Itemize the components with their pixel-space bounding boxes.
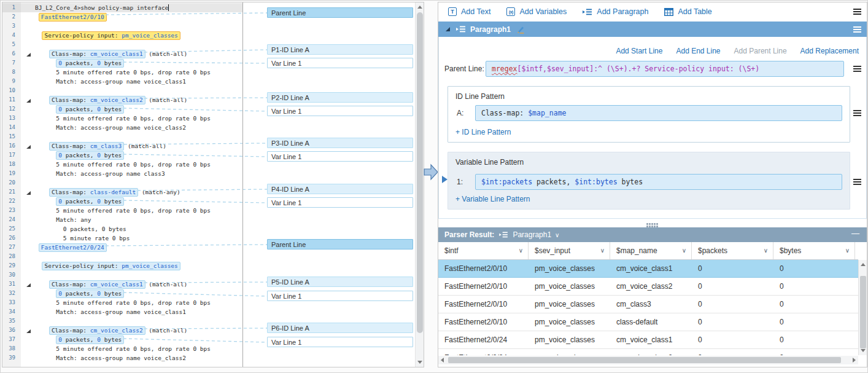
text-cursor bbox=[168, 4, 169, 11]
variable-line-pattern-input[interactable]: $int:packets packets, $int:bytes bytes bbox=[475, 174, 842, 190]
column-header[interactable]: $packets∨ bbox=[692, 242, 773, 259]
line-number: 39 bbox=[2, 353, 21, 363]
fold-toggle-icon[interactable] bbox=[21, 280, 35, 289]
add-table-button[interactable]: Add Table bbox=[664, 7, 711, 16]
add-replacement-link[interactable]: Add Replacement bbox=[800, 47, 859, 55]
editor-line: 31 Class-map: cm_voice_class1 (match-all… bbox=[2, 280, 242, 289]
add-end-line-link[interactable]: Add End Line bbox=[676, 47, 720, 55]
paragraph-header-bar[interactable]: Paragraph1 bbox=[438, 22, 867, 37]
scroll-left-icon[interactable] bbox=[441, 358, 444, 363]
line-number: 28 bbox=[2, 252, 21, 261]
pattern-line-label[interactable]: Parent Line bbox=[267, 7, 413, 18]
splitter-drag-handle[interactable] bbox=[646, 223, 659, 227]
pattern-line-label[interactable]: P5-ID Line A bbox=[267, 277, 413, 287]
scroll-right-icon[interactable] bbox=[853, 358, 856, 363]
table-row[interactable]: FastEthernet2/0/10pm_voice_classescm_cla… bbox=[438, 296, 858, 313]
fold-toggle-icon[interactable] bbox=[21, 49, 35, 58]
column-header[interactable]: $intf∨ bbox=[438, 242, 529, 259]
result-hscroll-thumb[interactable] bbox=[448, 357, 841, 363]
scroll-down-icon[interactable] bbox=[861, 349, 866, 352]
chevron-down-icon[interactable]: ∨ bbox=[555, 232, 559, 238]
paragraph-icon bbox=[499, 232, 508, 238]
pattern-line-label[interactable]: Var Line 1 bbox=[267, 151, 413, 162]
scroll-up-icon[interactable] bbox=[861, 263, 866, 266]
table-cell: cm_class3 bbox=[610, 296, 692, 313]
id-line-menu-icon[interactable] bbox=[853, 110, 861, 116]
result-vscroll-thumb[interactable] bbox=[860, 276, 866, 348]
pattern-line-label[interactable]: Var Line 1 bbox=[267, 58, 413, 68]
table-cell: cm_voice_class1 bbox=[610, 331, 692, 348]
pattern-line-label[interactable]: P1-ID Line A bbox=[267, 44, 413, 55]
add-variables-button[interactable]: (x) Add Variables bbox=[506, 7, 567, 16]
result-vertical-scrollbar[interactable] bbox=[858, 260, 867, 355]
line-number: 23 bbox=[2, 206, 21, 215]
variable-line-pattern-section: Variable Line Pattern 1: $int:packets pa… bbox=[448, 152, 850, 210]
editor-line: 17 0 packets, 0 bytes bbox=[2, 151, 242, 160]
editor-scrollbar-thumb[interactable] bbox=[417, 12, 423, 333]
code-text: 5 minute offered rate 0 bps, drop rate 0… bbox=[35, 344, 242, 353]
pattern-line-label[interactable]: P6-ID Line A bbox=[267, 323, 413, 333]
parser-result-bar[interactable]: Parser Result: Paragraph1 ∨ — bbox=[438, 227, 867, 242]
fold-toggle-icon[interactable] bbox=[21, 187, 35, 197]
column-header[interactable]: $map_name∨ bbox=[610, 242, 692, 259]
add-variable-line-pattern-link[interactable]: + Variable Line Pattern bbox=[455, 195, 530, 203]
editor-line: 22 0 packets, 0 bytes bbox=[2, 197, 242, 206]
pattern-line-label[interactable]: P4-ID Line A bbox=[267, 184, 413, 194]
pattern-line-label[interactable]: Var Line 1 bbox=[267, 106, 413, 116]
fold-gutter bbox=[21, 58, 35, 68]
add-start-line-link[interactable]: Add Start Line bbox=[616, 47, 662, 55]
toolbar-menu-icon[interactable] bbox=[853, 9, 861, 15]
result-horizontal-scrollbar[interactable] bbox=[438, 356, 858, 364]
result-paragraph-selector[interactable]: Paragraph1 bbox=[513, 230, 551, 239]
id-line-pattern-input[interactable]: Class-map: $map_name bbox=[475, 105, 842, 121]
minimize-result-icon[interactable]: — bbox=[851, 229, 859, 238]
editor-lines[interactable]: 1BJ_L2_Core_4>show policy-map interface2… bbox=[2, 3, 242, 363]
table-row[interactable]: FastEthernet2/0/24pm_voice_classescm_voi… bbox=[438, 331, 858, 349]
table-row[interactable]: FastEthernet2/0/10pm_voice_classesclass-… bbox=[438, 313, 858, 331]
edit-paragraph-icon[interactable] bbox=[516, 25, 525, 34]
variable-line-menu-icon[interactable] bbox=[853, 179, 861, 185]
table-row[interactable]: FastEthernet2/0/10pm_voice_classescm_voi… bbox=[438, 278, 858, 296]
pattern-line-label[interactable]: Parent Line bbox=[267, 239, 413, 249]
code-text: 5 minute offered rate 0 bps, drop rate 0… bbox=[35, 68, 242, 77]
fold-toggle-icon[interactable] bbox=[21, 326, 35, 335]
table-row[interactable]: FastEthernet2/0/10pm_voice_classescm_voi… bbox=[438, 260, 858, 278]
editor-vertical-scrollbar[interactable] bbox=[415, 2, 424, 367]
pattern-line-label[interactable]: P2-ID Line A bbox=[267, 92, 413, 103]
fold-toggle-icon[interactable] bbox=[21, 141, 35, 151]
pattern-line-label[interactable]: P3-ID Line A bbox=[267, 138, 413, 148]
add-paragraph-button[interactable]: Add Paragraph bbox=[583, 7, 648, 16]
paragraph-menu-icon[interactable] bbox=[853, 26, 861, 33]
editor-line: 9 Match: access-group name voice_class1 bbox=[2, 77, 242, 86]
pattern-line-label[interactable]: Var Line 1 bbox=[267, 337, 413, 347]
line-number: 35 bbox=[2, 316, 21, 326]
add-text-button[interactable]: T Add Text bbox=[448, 7, 490, 16]
parent-line-row: Parent Line: mregex[$intf,$sev_input]:^ … bbox=[439, 60, 866, 77]
scroll-down-icon[interactable] bbox=[417, 361, 422, 364]
line-number: 2 bbox=[2, 12, 21, 22]
fold-toggle-icon[interactable] bbox=[21, 95, 35, 104]
scroll-up-icon[interactable] bbox=[417, 6, 422, 9]
fold-gutter bbox=[21, 12, 35, 22]
code-text: 0 packets, 0 bytes bbox=[35, 224, 242, 234]
pattern-line-label[interactable]: Var Line 1 bbox=[267, 291, 413, 301]
column-header[interactable]: $sev_input∨ bbox=[529, 242, 610, 259]
add-id-line-pattern-link[interactable]: + ID Line Pattern bbox=[455, 128, 511, 136]
line-number: 14 bbox=[2, 123, 21, 132]
table-cell: 0 bbox=[773, 296, 855, 313]
table-row[interactable]: FastEthernet2/0/24pm_voice_classescm_voi… bbox=[438, 349, 858, 355]
parent-line-menu-icon[interactable] bbox=[853, 66, 861, 72]
chevron-down-icon[interactable]: ∨ bbox=[600, 242, 605, 259]
collapse-paragraph-icon[interactable] bbox=[446, 27, 450, 31]
chevron-down-icon[interactable]: ∨ bbox=[764, 242, 768, 259]
chevron-down-icon[interactable]: ∨ bbox=[845, 242, 850, 259]
chevron-down-icon[interactable]: ∨ bbox=[682, 242, 686, 259]
code-text: 0 packets, 0 bytes bbox=[35, 197, 242, 206]
column-header[interactable]: $bytes∨ bbox=[773, 242, 855, 259]
chevron-down-icon[interactable]: ∨ bbox=[519, 242, 523, 259]
line-number: 38 bbox=[2, 344, 21, 353]
parent-line-pattern-input[interactable]: mregex[$intf,$sev_input]:^ (\S+).+? Serv… bbox=[486, 61, 844, 77]
line-number: 13 bbox=[2, 114, 21, 123]
pattern-line-label[interactable]: Var Line 1 bbox=[267, 197, 413, 208]
code-text bbox=[35, 270, 242, 280]
